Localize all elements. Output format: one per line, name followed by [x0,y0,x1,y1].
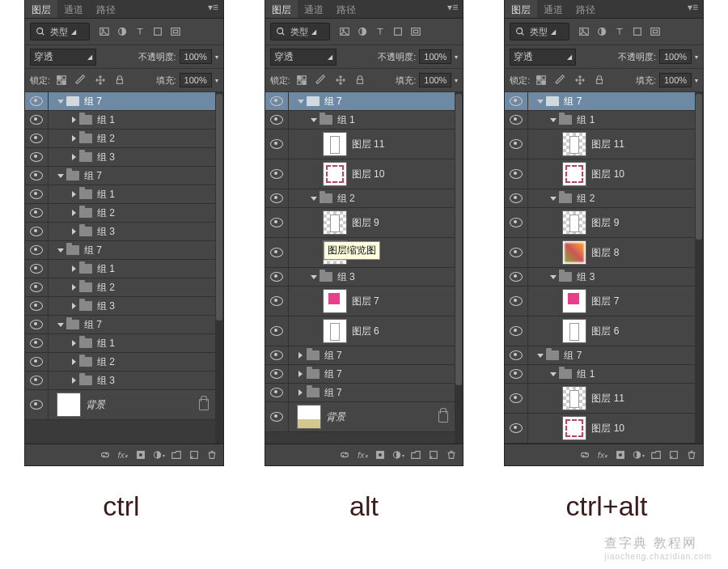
layer-row[interactable]: 组 7 [265,365,455,384]
twisty-icon[interactable] [536,97,544,105]
visibility-toggle[interactable] [265,384,289,401]
group-name[interactable]: 组 7 [84,318,102,332]
layer-row[interactable]: 组 1 [25,185,215,204]
layer-name[interactable]: 图层 6 [591,325,619,338]
lock-all-icon[interactable] [112,72,128,88]
panel-menu-icon[interactable]: ▾≡ [683,0,703,18]
filter-text-icon[interactable] [372,23,388,40]
twisty-icon[interactable] [70,134,78,142]
link-layers-icon[interactable] [578,448,591,461]
layer-row[interactable]: 组 7 [25,241,215,260]
layer-row[interactable]: 图层 9 [265,208,455,238]
twisty-icon[interactable] [549,273,557,281]
group-name[interactable]: 组 1 [97,337,115,350]
visibility-toggle[interactable] [265,189,289,207]
visibility-toggle[interactable] [265,346,289,364]
visibility-toggle[interactable] [505,238,528,267]
visibility-toggle[interactable] [25,316,49,333]
twisty-icon[interactable] [549,194,557,202]
layer-row[interactable]: 背景 [25,390,215,420]
tab-channels[interactable]: 通道 [298,0,330,18]
layer-row[interactable]: 图层 10 [265,159,455,189]
filter-shape-icon[interactable] [390,23,406,40]
group-name[interactable]: 组 7 [84,169,102,183]
layer-row[interactable]: 图层 7 [505,287,695,316]
filter-adjust-icon[interactable] [114,23,130,40]
layer-row[interactable]: 图层 6 [505,316,695,346]
mask-icon[interactable] [374,448,387,461]
visibility-toggle[interactable] [505,130,528,159]
link-layers-icon[interactable] [338,448,351,461]
filter-adjust-icon[interactable] [594,23,610,40]
group-name[interactable]: 组 2 [97,281,115,295]
layer-row[interactable]: 组 3 [25,372,215,390]
visibility-toggle[interactable] [265,402,289,431]
visibility-toggle[interactable] [505,414,528,443]
visibility-toggle[interactable] [25,372,49,389]
visibility-toggle[interactable] [265,268,289,286]
layer-row[interactable]: 图层缩览图 [265,238,455,268]
twisty-icon[interactable] [70,265,78,273]
layer-row[interactable]: 组 1 [25,111,215,130]
adjustment-icon[interactable]: ▾ [632,448,645,461]
scrollbar[interactable] [215,92,223,444]
layer-name[interactable]: 图层 10 [591,168,624,181]
filter-type-select[interactable]: 类型 ◢ [270,23,330,40]
visibility-toggle[interactable] [505,316,528,346]
group-name[interactable]: 组 7 [84,244,102,257]
scrollbar[interactable] [695,92,703,444]
fx-icon[interactable]: fx▾ [356,448,369,461]
layer-row[interactable]: 图层 10 [505,159,695,189]
twisty-icon[interactable] [297,370,305,378]
visibility-toggle[interactable] [265,287,289,316]
group-icon[interactable] [409,448,422,461]
layer-name[interactable]: 图层 9 [591,216,619,230]
fx-icon[interactable]: fx▾ [596,448,609,461]
opacity-caret-icon[interactable]: ▾ [215,53,218,61]
group-name[interactable]: 组 2 [97,355,115,369]
fill-caret-icon[interactable]: ▾ [215,77,218,84]
twisty-icon[interactable] [310,273,318,281]
link-layers-icon[interactable] [99,448,112,461]
lock-move-icon[interactable] [572,72,588,88]
twisty-icon[interactable] [57,172,65,180]
visibility-toggle[interactable] [265,111,289,129]
group-icon[interactable] [170,448,183,461]
twisty-icon[interactable] [549,370,557,378]
visibility-toggle[interactable] [25,390,49,419]
filter-type-select[interactable]: 类型 ◢ [510,23,569,40]
layer-row[interactable]: 图层 10 [505,414,695,444]
layer-name[interactable]: 图层 10 [352,168,385,181]
visibility-toggle[interactable] [505,208,528,237]
opacity-caret-icon[interactable]: ▾ [455,53,458,61]
twisty-icon[interactable] [549,116,557,124]
tab-paths[interactable]: 路径 [330,0,362,18]
group-name[interactable]: 组 3 [97,299,115,313]
layer-row[interactable]: 组 3 [25,148,215,167]
lock-all-icon[interactable] [352,72,368,88]
layer-row[interactable]: 组 2 [25,204,215,223]
group-name[interactable]: 组 1 [577,113,595,127]
group-name[interactable]: 组 7 [564,95,582,108]
twisty-icon[interactable] [70,190,78,198]
filter-text-icon[interactable] [612,23,628,40]
filter-type-select[interactable]: 类型 ◢ [30,23,90,40]
visibility-toggle[interactable] [505,287,528,316]
layer-row[interactable]: 组 3 [25,297,215,316]
layer-row[interactable]: 组 7 [25,92,215,111]
twisty-icon[interactable] [57,97,65,105]
tab-layers[interactable]: 图层 [505,0,537,18]
filter-text-icon[interactable] [132,23,148,40]
lock-brush-icon[interactable] [552,72,569,88]
blend-mode-select[interactable]: 穿透◢ [30,49,96,66]
delete-icon[interactable] [685,448,698,461]
layer-row[interactable]: 组 7 [265,384,455,402]
twisty-icon[interactable] [70,227,78,236]
visibility-toggle[interactable] [265,316,289,346]
scrollbar[interactable] [455,92,463,444]
lock-move-icon[interactable] [92,72,108,88]
opacity-input[interactable]: 100% [180,49,212,64]
delete-icon[interactable] [205,448,218,461]
new-layer-icon[interactable] [427,448,440,461]
fill-caret-icon[interactable]: ▾ [455,77,458,84]
